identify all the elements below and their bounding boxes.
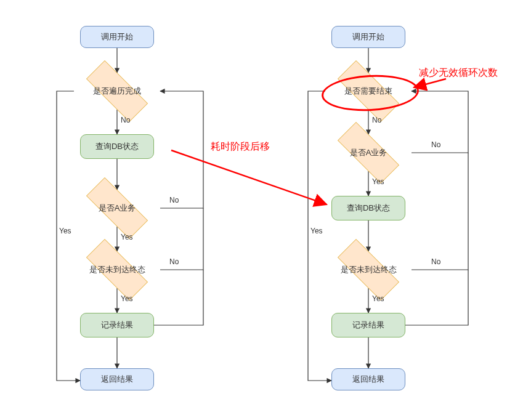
left-decision-not-final: 是否未到达终态 [74, 251, 160, 288]
left-dec3-no: No [169, 257, 179, 266]
left-dec1-yes: Yes [59, 227, 71, 235]
left-decision-is-a: 是否A业务 [74, 190, 160, 227]
left-decision-not-final-label: 是否未到达终态 [87, 264, 148, 275]
right-start: 调用开始 [331, 26, 405, 48]
right-process-query-db: 查询DB状态 [331, 196, 405, 220]
right-decision-not-final-label: 是否未到达终态 [338, 264, 399, 275]
svg-line-12 [171, 150, 326, 204]
right-return-label: 返回结果 [352, 374, 384, 385]
annotation-reduce-loops: 减少无效循环次数 [419, 67, 498, 79]
right-decision-is-a-label: 是否A业务 [347, 147, 390, 158]
right-process-record-label: 记录结果 [352, 320, 384, 331]
right-dec1-yes: Yes [310, 227, 323, 235]
right-decision-not-final: 是否未到达终态 [325, 251, 412, 288]
left-process-query-db-label: 查询DB状态 [95, 141, 139, 152]
right-dec1-no: No [372, 116, 381, 124]
right-dec2-yes: Yes [372, 177, 384, 186]
right-return: 返回结果 [331, 368, 405, 390]
left-decision-is-a-label: 是否A业务 [96, 203, 139, 214]
annotation-delay-phase: 耗时阶段后移 [211, 140, 270, 153]
right-dec3-yes: Yes [372, 294, 384, 303]
left-start-label: 调用开始 [101, 31, 133, 42]
svg-line-13 [414, 79, 446, 87]
right-decision-is-a: 是否A业务 [325, 134, 412, 171]
left-dec2-no: No [169, 196, 179, 204]
left-start: 调用开始 [80, 26, 154, 48]
left-process-record-label: 记录结果 [101, 320, 133, 331]
right-process-query-db-label: 查询DB状态 [347, 203, 390, 214]
left-return: 返回结果 [80, 368, 154, 390]
left-decision-traversal-label: 是否遍历完成 [91, 86, 144, 97]
left-process-record: 记录结果 [80, 313, 154, 337]
right-decision-need-end-label: 是否需要结束 [342, 86, 395, 97]
left-return-label: 返回结果 [101, 374, 133, 385]
right-dec2-no: No [431, 140, 440, 149]
right-dec3-no: No [431, 257, 440, 266]
diagram-canvas: 调用开始 是否遍历完成 查询DB状态 是否A业务 是否未到达终态 记录结果 返回… [0, 0, 515, 420]
right-process-record: 记录结果 [331, 313, 405, 337]
right-start-label: 调用开始 [352, 31, 384, 42]
left-decision-traversal-done: 是否遍历完成 [74, 73, 160, 110]
left-dec2-yes: Yes [121, 233, 133, 241]
left-dec1-no: No [121, 116, 130, 124]
left-process-query-db: 查询DB状态 [80, 134, 154, 159]
left-dec3-yes: Yes [121, 294, 133, 303]
